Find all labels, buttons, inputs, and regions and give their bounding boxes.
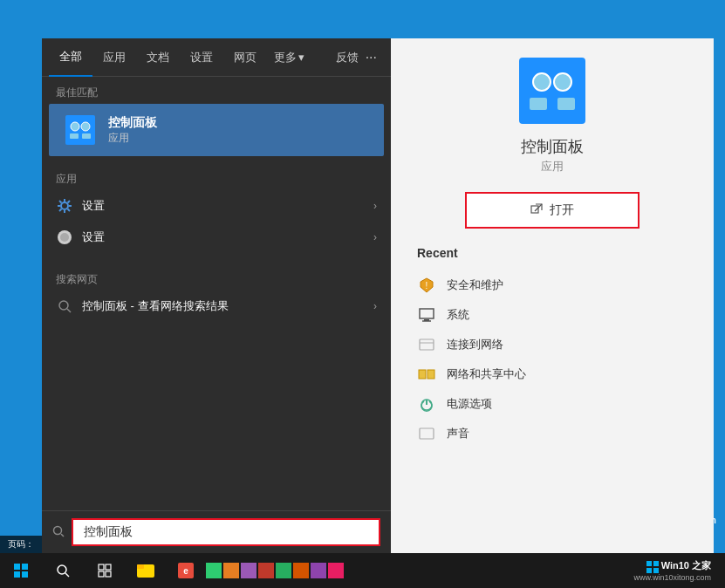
best-match-name: 控制面板 — [108, 115, 157, 131]
recent-item-network-connect[interactable]: 连接到网络 — [417, 330, 687, 359]
tab-more[interactable]: 更多 ▾ — [267, 43, 311, 72]
svg-rect-50 — [99, 571, 104, 577]
open-icon — [530, 203, 543, 218]
recent-item-security[interactable]: ! 安全和维护 — [417, 270, 687, 300]
taskbar-block-darkorange[interactable] — [293, 563, 309, 578]
taskbar-block-purple[interactable] — [241, 563, 256, 578]
taskbar-block-pink[interactable] — [328, 563, 344, 578]
svg-line-14 — [59, 201, 62, 203]
recent-item-network-share-name: 网络和共享中心 — [447, 366, 526, 382]
taskbar-right: Win10 之家 www.win10xitong.com — [633, 553, 725, 588]
svg-rect-45 — [22, 571, 28, 578]
svg-rect-24 — [519, 58, 585, 124]
tab-all[interactable]: 全部 — [49, 38, 92, 77]
recent-item-system[interactable]: 系统 — [417, 300, 687, 330]
svg-point-20 — [59, 301, 68, 310]
recent-section: Recent ! 安全和维护 — [391, 246, 714, 448]
app-item-settings-1[interactable]: 设置 › — [42, 190, 391, 222]
search-left-panel: 全部 应用 文档 设置 网页 更多 ▾ 反馈 ··· 最佳匹配 — [42, 38, 391, 553]
search-overlay: 全部 应用 文档 设置 网页 更多 ▾ 反馈 ··· 最佳匹配 — [42, 38, 714, 553]
recent-item-system-name: 系统 — [447, 307, 469, 323]
right-app-type: 应用 — [541, 159, 564, 174]
windows-logo-icon — [14, 564, 28, 578]
taskbar-task-view-button[interactable] — [84, 553, 126, 588]
best-match-type: 应用 — [108, 131, 157, 146]
svg-point-22 — [54, 526, 62, 534]
svg-rect-51 — [106, 571, 111, 577]
web-section: 搜索网页 控制面板 - 查看网络搜索结果 › — [42, 260, 391, 325]
taskbar-color-blocks — [206, 563, 344, 578]
right-app-icon — [517, 56, 587, 126]
recent-item-sound[interactable]: 声音 — [417, 419, 687, 448]
best-match-label: 最佳匹配 — [42, 77, 391, 104]
search-icon-small — [52, 525, 65, 540]
app-item-settings-1-name: 设置 — [82, 198, 105, 214]
taskbar-app-1[interactable]: e — [166, 553, 206, 588]
svg-point-19 — [60, 233, 69, 242]
recent-item-power[interactable]: 电源选项 — [417, 389, 687, 419]
taskbar-block-orange[interactable] — [223, 563, 239, 578]
svg-rect-36 — [420, 339, 434, 350]
search-tabs: 全部 应用 文档 设置 网页 更多 ▾ 反馈 ··· — [42, 38, 391, 77]
recent-item-network-share[interactable]: 网络和共享中心 — [417, 359, 687, 389]
best-match-info: 控制面板 应用 — [108, 115, 157, 146]
svg-rect-43 — [22, 564, 28, 570]
svg-line-16 — [68, 201, 71, 203]
watermark-text: Win10 之家 — [646, 559, 711, 572]
svg-line-15 — [68, 209, 71, 212]
taskbar-block-green2[interactable] — [276, 563, 291, 578]
svg-rect-53 — [137, 564, 144, 569]
svg-rect-56 — [646, 561, 652, 566]
taskbar-block-red[interactable] — [258, 563, 274, 578]
svg-rect-27 — [530, 98, 547, 110]
svg-point-46 — [58, 565, 66, 574]
web-search-item[interactable]: 控制面板 - 查看网络搜索结果 › — [42, 291, 391, 322]
taskbar-apps: e — [126, 553, 633, 588]
taskbar-app-explorer[interactable] — [126, 553, 166, 588]
svg-rect-28 — [557, 98, 575, 110]
taskbar-block-green[interactable] — [206, 563, 222, 578]
svg-text:e: e — [183, 566, 188, 576]
tab-docs[interactable]: 文档 — [136, 38, 180, 77]
power-icon — [417, 394, 436, 414]
svg-point-6 — [81, 122, 90, 131]
taskbar-search-button[interactable] — [42, 553, 84, 588]
task-view-icon — [98, 564, 112, 578]
tab-more-options[interactable]: ··· — [359, 50, 384, 65]
settings-circle-icon — [56, 229, 73, 246]
tab-settings[interactable]: 设置 — [180, 38, 223, 77]
search-input-area — [42, 510, 391, 553]
tab-feedback[interactable]: 反馈 — [336, 50, 359, 65]
control-panel-icon-svg — [65, 114, 96, 146]
search-right-panel: 控制面板 应用 打开 Recent ! — [391, 38, 714, 553]
control-panel-icon — [63, 113, 98, 147]
taskbar: e — [0, 553, 725, 588]
apps-label: 应用 — [42, 163, 391, 190]
taskbar-search-icon — [56, 564, 70, 578]
search-input[interactable] — [72, 518, 380, 546]
tab-apps[interactable]: 应用 — [92, 38, 136, 77]
best-match-item[interactable]: 控制面板 应用 — [49, 104, 384, 156]
web-label: 搜索网页 — [42, 263, 391, 291]
svg-point-5 — [71, 122, 79, 131]
svg-point-25 — [533, 73, 551, 91]
svg-rect-41 — [420, 428, 434, 439]
svg-rect-8 — [82, 133, 91, 139]
settings-gear-icon — [56, 197, 73, 215]
app-item-settings-2-name: 设置 — [82, 229, 105, 245]
recent-item-security-name: 安全和维护 — [447, 277, 503, 293]
svg-line-21 — [67, 309, 71, 312]
svg-point-26 — [554, 73, 571, 91]
security-icon: ! — [417, 276, 436, 295]
taskbar-block-purple2[interactable] — [311, 563, 326, 578]
tab-web[interactable]: 网页 — [223, 38, 267, 77]
svg-rect-44 — [14, 571, 20, 578]
chevron-icon-web: › — [373, 300, 377, 312]
start-button[interactable] — [0, 553, 42, 588]
system-icon — [417, 305, 436, 325]
svg-rect-49 — [106, 564, 111, 570]
open-button[interactable]: 打开 — [465, 192, 640, 229]
app-item-settings-2[interactable]: 设置 › — [42, 222, 391, 253]
recent-item-power-name: 电源选项 — [447, 396, 492, 412]
svg-rect-4 — [65, 115, 95, 145]
